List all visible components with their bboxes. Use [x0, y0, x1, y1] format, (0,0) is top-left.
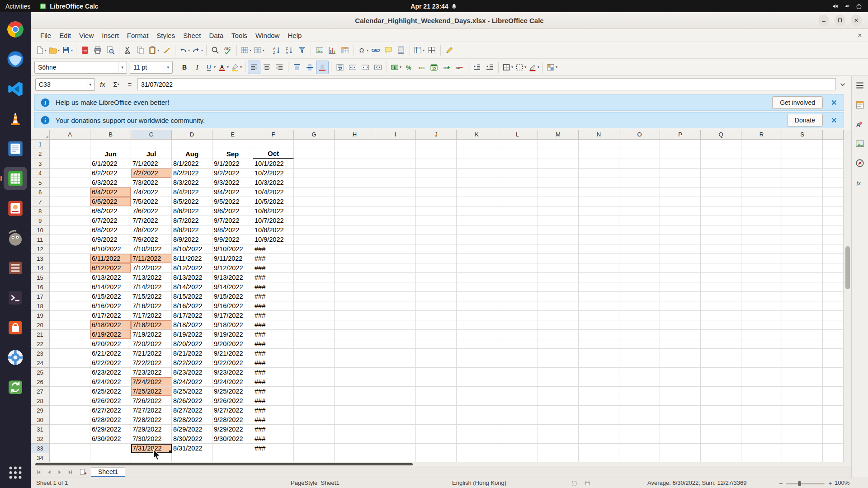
cell-B9[interactable]: 6/7/2022 [90, 216, 131, 225]
merge-cells-button[interactable] [359, 61, 372, 74]
cell-C17[interactable]: 7/15/2022 [131, 292, 172, 301]
cell-O25[interactable] [619, 368, 660, 377]
cell-B14[interactable]: 6/12/2022 [90, 263, 131, 273]
cell-stub-6[interactable] [823, 188, 844, 197]
cell-C33[interactable]: 7/31/2022 [131, 444, 172, 453]
cell-M4[interactable] [538, 169, 579, 178]
cell-H8[interactable] [335, 206, 375, 216]
cell-I27[interactable] [375, 387, 416, 396]
cell-P3[interactable] [660, 159, 701, 169]
cell-F29[interactable]: ### [253, 406, 294, 415]
horizontal-scrollbar[interactable] [31, 462, 851, 466]
cell-I22[interactable] [375, 339, 416, 349]
cell-P16[interactable] [660, 282, 701, 292]
column-header-F[interactable]: F [253, 130, 294, 140]
column-header-S[interactable]: S [782, 130, 823, 140]
cell-K12[interactable] [457, 244, 497, 254]
cell-F31[interactable]: ### [253, 425, 294, 434]
cell-stub-14[interactable] [823, 263, 844, 273]
row-header-11[interactable]: 11 [31, 235, 50, 244]
cell-N9[interactable] [579, 216, 619, 225]
cell-L18[interactable] [497, 301, 538, 311]
cell-D23[interactable]: 8/21/2022 [172, 349, 212, 358]
cell-Q3[interactable] [701, 159, 741, 169]
cell-I23[interactable] [375, 349, 416, 358]
add-sheet-button[interactable] [78, 468, 88, 477]
cell-I11[interactable] [375, 235, 416, 244]
horizontal-scrollbar-thumb[interactable] [35, 463, 413, 465]
cell-C1[interactable] [131, 140, 172, 149]
cell-E25[interactable]: 9/23/2022 [212, 368, 253, 377]
cell-G8[interactable] [294, 206, 335, 216]
close-icon[interactable] [830, 99, 838, 107]
cell-H24[interactable] [335, 358, 375, 368]
format-as-percent-button[interactable]: % [402, 61, 415, 74]
dock-item-files[interactable] [4, 256, 27, 280]
align-center-button[interactable] [260, 61, 273, 74]
cell-B24[interactable]: 6/22/2022 [90, 358, 131, 368]
cell-D9[interactable]: 8/7/2022 [172, 216, 212, 225]
cell-stub-29[interactable] [823, 406, 844, 415]
row-header-28[interactable]: 28 [31, 396, 50, 406]
row-header-33[interactable]: 33 [31, 444, 50, 453]
cell-B17[interactable]: 6/15/2022 [90, 292, 131, 301]
cell-H4[interactable] [335, 169, 375, 178]
cell-R23[interactable] [741, 349, 782, 358]
cell-E29[interactable]: 9/27/2022 [212, 406, 253, 415]
cell-R11[interactable] [741, 235, 782, 244]
cell-C30[interactable]: 7/28/2022 [131, 415, 172, 425]
cell-Q6[interactable] [701, 188, 741, 197]
cell-B11[interactable]: 6/9/2022 [90, 235, 131, 244]
cell-K33[interactable] [457, 444, 497, 453]
cell-M2[interactable] [538, 149, 579, 159]
sidebar-navigator[interactable] [854, 157, 866, 169]
cell-L2[interactable] [497, 149, 538, 159]
cell-M25[interactable] [538, 368, 579, 377]
cell-G14[interactable] [294, 263, 335, 273]
cell-N15[interactable] [579, 273, 619, 282]
cell-H25[interactable] [335, 368, 375, 377]
cell-L8[interactable] [497, 206, 538, 216]
cell-S25[interactable] [782, 368, 823, 377]
cell-D3[interactable]: 8/1/2022 [172, 159, 212, 169]
cell-B20[interactable]: 6/18/2022 [90, 320, 131, 330]
cell-M16[interactable] [538, 282, 579, 292]
cell-K29[interactable] [457, 406, 497, 415]
cell-L1[interactable] [497, 140, 538, 149]
cell-H6[interactable] [335, 188, 375, 197]
cell-B25[interactable]: 6/23/2022 [90, 368, 131, 377]
cell-J26[interactable] [416, 377, 457, 387]
dropdown-arrow-icon[interactable]: ▾ [240, 65, 242, 69]
cell-A26[interactable] [50, 377, 90, 387]
select-sum-button[interactable]: Σ▾ [110, 79, 122, 90]
cell-Q29[interactable] [701, 406, 741, 415]
cell-K3[interactable] [457, 159, 497, 169]
menu-edit[interactable]: Edit [55, 30, 75, 41]
cell-stub-11[interactable] [823, 235, 844, 244]
cell-C13[interactable]: 7/11/2022 [131, 254, 172, 263]
cell-C8[interactable]: 7/6/2022 [131, 206, 172, 216]
menu-file[interactable]: File [36, 30, 55, 41]
underline-button[interactable]: U▾ [203, 61, 217, 74]
cell-G17[interactable] [294, 292, 335, 301]
dropdown-arrow-icon[interactable]: ▾ [400, 65, 401, 69]
cell-C26[interactable]: 7/24/2022 [131, 377, 172, 387]
cell-N33[interactable] [579, 444, 619, 453]
cell-C7[interactable]: 7/5/2022 [131, 197, 172, 206]
cell-B4[interactable]: 6/2/2022 [90, 169, 131, 178]
formula-input[interactable]: 31/07/2022 [137, 78, 836, 90]
cell-stub-24[interactable] [823, 358, 844, 368]
cell-D18[interactable]: 8/16/2022 [172, 301, 212, 311]
cell-Q7[interactable] [701, 197, 741, 206]
cell-C16[interactable]: 7/14/2022 [131, 282, 172, 292]
cell-K9[interactable] [457, 216, 497, 225]
cell-D29[interactable]: 8/27/2022 [172, 406, 212, 415]
bold-button[interactable]: B [178, 61, 191, 74]
cell-B23[interactable]: 6/21/2022 [90, 349, 131, 358]
cell-Q4[interactable] [701, 169, 741, 178]
cell-R2[interactable] [741, 149, 782, 159]
cell-S2[interactable] [782, 149, 823, 159]
cell-F13[interactable]: ### [253, 254, 294, 263]
center-vertically-button[interactable] [303, 61, 316, 74]
cell-M24[interactable] [538, 358, 579, 368]
